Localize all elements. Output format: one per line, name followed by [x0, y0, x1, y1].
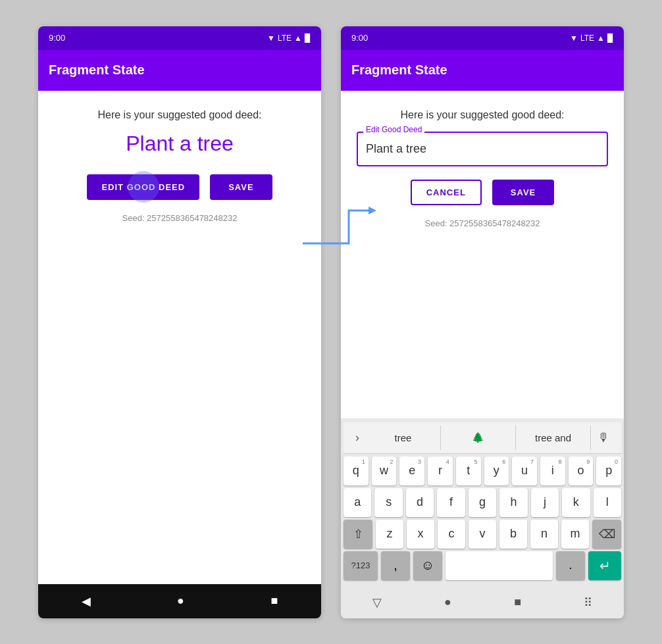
- connector-arrow: [296, 197, 382, 263]
- key-o[interactable]: 9o: [569, 457, 594, 485]
- right-status-icons: ▼ LTE ▲ ▉: [570, 34, 613, 43]
- signal-icon: ▲: [294, 34, 302, 43]
- left-app-bar: Fragment State: [38, 50, 321, 91]
- right-signal-icon: ▲: [597, 34, 605, 43]
- delete-key[interactable]: ⌫: [592, 520, 621, 549]
- edit-good-deed-input[interactable]: [357, 132, 608, 166]
- right-phone: 9:00 ▼ LTE ▲ ▉ Fragment State Here is yo…: [341, 26, 624, 618]
- right-content: Here is your suggested good deed: Edit G…: [341, 91, 624, 418]
- key-i[interactable]: 8i: [540, 457, 565, 485]
- space-key[interactable]: [446, 551, 553, 580]
- left-buttons-row: EDIT GOOD DEED SAVE: [87, 174, 272, 200]
- back-icon[interactable]: ◀: [82, 594, 91, 608]
- key-e[interactable]: 3e: [399, 457, 424, 485]
- key-m[interactable]: m: [561, 520, 589, 549]
- left-app-title: Fragment State: [49, 62, 145, 78]
- key-p[interactable]: 0p: [596, 457, 621, 485]
- right-lte-label: LTE: [580, 34, 594, 43]
- key-z[interactable]: z: [376, 520, 403, 549]
- ripple: [128, 171, 159, 203]
- num-sym-key[interactable]: ?123: [344, 551, 378, 580]
- edit-field-label: Edit Good Deed: [363, 125, 424, 134]
- key-k[interactable]: k: [562, 488, 590, 517]
- emoji-key[interactable]: ☺: [413, 551, 442, 580]
- edit-field-container: Edit Good Deed: [357, 132, 608, 166]
- recents-icon[interactable]: ■: [270, 594, 278, 608]
- key-h[interactable]: h: [499, 488, 527, 517]
- right-app-bar: Fragment State: [341, 50, 624, 91]
- home-icon[interactable]: ●: [177, 594, 184, 608]
- left-save-button[interactable]: SAVE: [210, 174, 272, 200]
- expand-icon[interactable]: ›: [349, 424, 366, 451]
- right-time: 9:00: [351, 33, 368, 43]
- mic-icon[interactable]: 🎙: [591, 424, 616, 451]
- right-suggested-label: Here is your suggested good deed:: [400, 109, 564, 121]
- left-seed: Seed: 2572558365478248232: [122, 213, 238, 223]
- cancel-button[interactable]: CANCEL: [411, 180, 482, 205]
- left-status-bar: 9:00 ▼ LTE ▲ ▉: [38, 26, 321, 50]
- right-nav-bar: ▽ ● ■ ⠿: [341, 587, 624, 618]
- shift-key[interactable]: ⇧: [344, 520, 372, 549]
- right-recents-icon[interactable]: ■: [514, 595, 521, 609]
- right-seed: Seed: 2572558365478248232: [425, 218, 540, 228]
- keyboard: › tree 🌲 tree and 🎙 1q 2w 3e 4r 5t 6y 7u…: [341, 418, 624, 587]
- left-suggested-label: Here is your suggested good deed:: [97, 109, 261, 121]
- right-buttons-row: CANCEL SAVE: [411, 180, 555, 205]
- svg-marker-0: [369, 207, 376, 214]
- battery-icon: ▉: [305, 34, 311, 43]
- right-status-bar: 9:00 ▼ LTE ▲ ▉: [341, 26, 624, 50]
- enter-key[interactable]: ↵: [588, 551, 621, 580]
- keyboard-suggestions-row: › tree 🌲 tree and 🎙: [344, 422, 621, 454]
- key-t[interactable]: 5t: [456, 457, 481, 485]
- key-u[interactable]: 7u: [512, 457, 537, 485]
- key-j[interactable]: j: [531, 488, 559, 517]
- keyboard-row-1: 1q 2w 3e 4r 5t 6y 7u 8i 9o 0p: [344, 457, 621, 485]
- right-battery-icon: ▉: [607, 34, 613, 43]
- left-nav-bar: ◀ ● ■: [38, 584, 321, 618]
- period-key[interactable]: .: [556, 551, 585, 580]
- key-a[interactable]: a: [344, 488, 371, 517]
- suggestion-3[interactable]: tree and: [516, 426, 591, 450]
- right-wifi-icon: ▼: [570, 34, 578, 43]
- key-y[interactable]: 6y: [484, 457, 509, 485]
- key-l[interactable]: l: [594, 488, 621, 517]
- key-n[interactable]: n: [530, 520, 558, 549]
- keyboard-row-2: a s d f g h j k l: [344, 488, 621, 517]
- key-s[interactable]: s: [374, 488, 402, 517]
- key-c[interactable]: c: [438, 520, 465, 549]
- key-b[interactable]: b: [499, 520, 527, 549]
- left-phone: 9:00 ▼ LTE ▲ ▉ Fragment State Here is yo…: [38, 26, 321, 618]
- key-w[interactable]: 2w: [372, 457, 397, 485]
- lte-label: LTE: [278, 34, 292, 43]
- keyboard-toggle-icon[interactable]: ⠿: [584, 595, 592, 610]
- right-save-button[interactable]: SAVE: [492, 180, 554, 205]
- suggestion-1[interactable]: tree: [366, 426, 441, 450]
- keyboard-row-3: ⇧ z x c v b n m ⌫: [344, 520, 621, 549]
- key-f[interactable]: f: [437, 488, 465, 517]
- key-r[interactable]: 4r: [428, 457, 453, 485]
- wifi-icon: ▼: [267, 34, 275, 43]
- right-back-icon[interactable]: ▽: [372, 595, 382, 610]
- right-app-title: Fragment State: [351, 62, 447, 78]
- suggestion-2[interactable]: 🌲: [441, 425, 516, 450]
- left-content: Here is your suggested good deed: Plant …: [38, 91, 321, 584]
- left-good-deed: Plant a tree: [126, 132, 234, 156]
- right-home-icon[interactable]: ●: [444, 595, 451, 609]
- edit-button-wrapper: EDIT GOOD DEED: [87, 174, 199, 200]
- key-g[interactable]: g: [469, 488, 496, 517]
- key-q[interactable]: 1q: [344, 457, 369, 485]
- key-v[interactable]: v: [469, 520, 496, 549]
- left-status-icons: ▼ LTE ▲ ▉: [267, 34, 311, 43]
- comma-key[interactable]: ,: [381, 551, 410, 580]
- keyboard-row-4: ?123 , ☺ . ↵: [344, 551, 621, 580]
- left-time: 9:00: [49, 33, 65, 43]
- key-d[interactable]: d: [406, 488, 434, 517]
- key-x[interactable]: x: [407, 520, 434, 549]
